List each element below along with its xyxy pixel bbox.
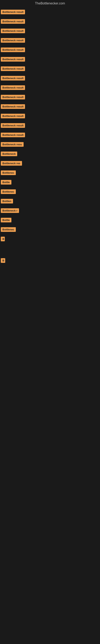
list-item: Bottleneck result xyxy=(0,130,100,140)
list-item: Bottleneck result xyxy=(0,112,100,121)
list-item: Bottleneck result xyxy=(0,102,100,112)
list-item: Bottlenec xyxy=(0,187,100,197)
bottleneck-badge[interactable]: Bottleneck result xyxy=(1,114,25,118)
list-item: Bottlenec xyxy=(0,168,100,178)
list-item xyxy=(0,270,100,274)
bottleneck-badge[interactable]: Bottle xyxy=(1,180,11,184)
list-item xyxy=(0,286,100,290)
bottleneck-badge[interactable]: Bottleneck result xyxy=(1,132,25,137)
bottleneck-badge[interactable]: Bottleneck result xyxy=(1,95,25,100)
list-item: Bottleneck result xyxy=(0,36,100,46)
bottleneck-badge[interactable]: Bottle xyxy=(1,218,11,222)
bottleneck-badge[interactable]: Bottleneck xyxy=(1,152,17,156)
bottleneck-badge[interactable]: B xyxy=(1,258,5,263)
list-item xyxy=(0,248,100,252)
list-item: Bottleneck r xyxy=(0,206,100,216)
site-header: TheBottlenecker.com xyxy=(0,0,100,7)
bottleneck-badge[interactable]: Bottleneck result xyxy=(1,76,25,80)
list-item: Bottleneck result xyxy=(0,55,100,64)
list-item xyxy=(0,244,100,248)
list-item: Bottleneck result xyxy=(0,83,100,93)
list-item xyxy=(0,274,100,278)
bottleneck-list: Bottleneck resultBottleneck resultBottle… xyxy=(0,7,100,290)
bottleneck-badge[interactable]: Bottleneck res xyxy=(1,161,22,166)
list-item: Bottleneck resu xyxy=(0,140,100,150)
bottleneck-badge[interactable]: B xyxy=(1,237,5,241)
list-item: Bottleneck result xyxy=(0,64,100,74)
bottleneck-badge[interactable]: Bottleneck resu xyxy=(1,142,24,147)
list-item: Bottleneck result xyxy=(0,26,100,36)
list-item: Bottleneck result xyxy=(0,46,100,55)
bottleneck-badge[interactable]: Bottleneck result xyxy=(1,66,25,71)
bottleneck-badge[interactable]: Bottlenec xyxy=(1,227,16,232)
bottleneck-badge[interactable]: Bottleneck result xyxy=(1,104,25,109)
list-item: Bottle xyxy=(0,178,100,187)
bottleneck-badge[interactable]: Bottleneck result xyxy=(1,48,25,52)
bottleneck-badge[interactable]: Bottleneck result xyxy=(1,19,25,24)
list-item: Bottle xyxy=(0,216,100,225)
list-item: Bottleneck result xyxy=(0,74,100,83)
list-item xyxy=(0,266,100,270)
list-item xyxy=(0,282,100,286)
bottleneck-badge[interactable]: Bottleneck result xyxy=(1,38,25,43)
list-item: B xyxy=(0,256,100,266)
bottleneck-badge[interactable]: Bottleneck result xyxy=(1,10,25,14)
bottleneck-badge[interactable]: Bottleneck r xyxy=(1,208,19,213)
bottleneck-badge[interactable]: Bottlen xyxy=(1,199,13,204)
bottleneck-badge[interactable]: Bottleneck result xyxy=(1,123,25,128)
list-item: Bottleneck result xyxy=(0,8,100,17)
bottleneck-badge[interactable]: Bottleneck result xyxy=(1,57,25,62)
list-item: Bottleneck result xyxy=(0,93,100,102)
list-item: Bottleneck result xyxy=(0,121,100,130)
list-item xyxy=(0,252,100,256)
bottleneck-badge[interactable]: Bottlenec xyxy=(1,170,16,175)
list-item: Bottlen xyxy=(0,197,100,206)
bottleneck-badge[interactable]: Bottlenec xyxy=(1,190,16,194)
list-item: Bottleneck result xyxy=(0,17,100,26)
site-title: TheBottlenecker.com xyxy=(0,0,100,7)
bottleneck-badge[interactable]: Bottleneck result xyxy=(1,85,25,90)
list-item: Bottlenec xyxy=(0,225,100,235)
list-item: Bottleneck xyxy=(0,150,100,159)
list-item xyxy=(0,278,100,282)
list-item: B xyxy=(0,235,100,244)
bottleneck-badge[interactable]: Bottleneck result xyxy=(1,28,25,33)
list-item: Bottleneck res xyxy=(0,159,100,168)
